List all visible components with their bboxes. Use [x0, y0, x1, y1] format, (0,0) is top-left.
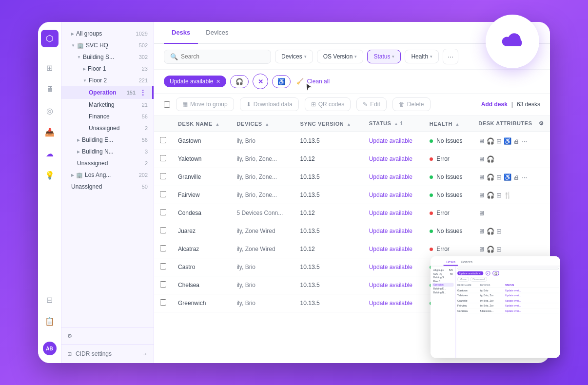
search-input[interactable] — [181, 53, 265, 60]
nav-item-unassigned-svc[interactable]: Unassigned 2 — [61, 157, 154, 169]
sidebar-icon-logo[interactable]: ⬡ — [41, 30, 59, 47]
sort-icon: ▲ — [394, 121, 398, 126]
health-cell: No Issues — [424, 222, 472, 240]
edit-button[interactable]: ✎ Edit — [356, 97, 387, 111]
health-value: Error — [436, 246, 450, 252]
sidebar-icon-bulb[interactable]: 💡 — [41, 166, 59, 184]
nav-item-marketing[interactable]: Marketing 21 — [61, 99, 154, 111]
move-to-group-button[interactable]: ▦ Move to group — [176, 97, 234, 111]
nav-item-floor1[interactable]: ▶ Floor 1 23 — [61, 63, 154, 75]
table-row: Granville ily, Brio, Zone... 10.13.5 Upd… — [154, 168, 550, 186]
nav-count: 23 — [142, 66, 148, 72]
row-checkbox[interactable] — [160, 263, 166, 270]
mini-row-gastown: Gastown ily, Brio Update avail... — [457, 288, 559, 293]
nav-item-building-n[interactable]: ▶ Building N... 3 — [61, 146, 154, 157]
desk-name-cell: Fairview — [172, 186, 231, 204]
nav-item-unassigned-root[interactable]: Unassigned 50 — [61, 181, 154, 192]
search-box[interactable]: 🔍 — [164, 50, 271, 64]
col-health[interactable]: HEALTH ▲ — [424, 116, 472, 132]
folder-icon: 🏢 — [77, 42, 84, 49]
sidebar-icon-layers[interactable]: ⊞ — [41, 59, 59, 77]
filter-tag-accessibility[interactable]: ♿ — [272, 75, 291, 88]
monitor-icon: 🖥 — [478, 137, 485, 145]
health-dot-icon — [430, 139, 433, 143]
nav-item-svc-hq[interactable]: ▼ 🏢 SVC HQ 502 — [61, 39, 154, 51]
sort-icon: ▲ — [455, 122, 460, 127]
select-all-checkbox[interactable] — [164, 101, 170, 108]
download-data-button[interactable]: ⬇ Download data — [240, 97, 299, 111]
filter-btn-status[interactable]: Status ▾ — [367, 50, 401, 63]
desk-icons: 🖥 — [478, 210, 544, 217]
tab-devices[interactable]: Devices — [198, 22, 236, 44]
print-icon: 🖨 — [513, 137, 520, 145]
sync-version-cell: 10.13.5 — [294, 276, 363, 294]
filter-btn-devices[interactable]: Devices ▾ — [275, 50, 313, 63]
row-checkbox[interactable] — [160, 209, 166, 215]
delete-button[interactable]: 🗑 Delete — [392, 97, 431, 111]
tab-desks[interactable]: Desks — [164, 22, 198, 44]
nav-count: 56 — [142, 137, 148, 143]
qr-icon: ⊞ — [311, 101, 316, 108]
row-checkbox[interactable] — [160, 299, 166, 306]
mini-col-name: DESK NAME — [457, 284, 478, 287]
settings-icon[interactable]: ⚙ — [539, 120, 544, 127]
settings-item[interactable]: ⚙ — [61, 327, 154, 344]
devices-cell: ily, Brio — [231, 276, 294, 294]
monitor-icon: 🖥 — [478, 192, 485, 199]
row-checkbox-cell — [154, 132, 172, 150]
sidebar-icon-camera[interactable]: ◎ — [41, 102, 59, 119]
more-icon[interactable]: ··· — [522, 137, 527, 145]
nav-item-building-s[interactable]: ▼ Building S... 302 — [61, 51, 154, 63]
mini-nav-operation: Operation — [432, 283, 454, 287]
nav-item-los-ang[interactable]: ▶ 🏢 Los Ang... 202 — [61, 169, 154, 181]
col-sync-version[interactable]: SYNC VERSION ▲ — [294, 116, 363, 132]
more-icon[interactable]: ··· — [522, 173, 527, 181]
more-filters-button[interactable]: ··· — [443, 49, 458, 64]
grid-icon: ⊞ — [496, 137, 502, 145]
devices-cell: 5 Devices Conn... — [231, 204, 294, 222]
filter-btn-os-version[interactable]: OS Version ▾ — [317, 50, 364, 63]
nav-item-unassigned-floor2[interactable]: Unassigned 2 — [61, 122, 154, 134]
row-checkbox[interactable] — [160, 173, 166, 179]
cidr-settings-item[interactable]: ⊡ CIDR settings → — [61, 344, 154, 363]
devices-cell: ily, Brio — [231, 258, 294, 276]
row-checkbox[interactable] — [160, 227, 166, 233]
nav-item-finance[interactable]: Finance 56 — [61, 111, 154, 122]
mini-move-btn: Move — [457, 277, 469, 282]
row-checkbox[interactable] — [160, 245, 166, 251]
row-checkbox[interactable] — [160, 137, 166, 143]
filter-btn-health[interactable]: Health ▾ — [405, 50, 439, 63]
more-dots-icon[interactable]: ⋮ — [139, 89, 146, 96]
desk-attributes-cell: 🖥 🎧 — [472, 150, 550, 168]
sidebar-icon-cloud[interactable]: ☁ — [41, 145, 59, 162]
grid-icon: ⊞ — [496, 192, 502, 199]
filter-tag-headphones[interactable]: 🎧 — [230, 75, 249, 88]
mini-tab-desks[interactable]: Desks — [444, 259, 458, 266]
sidebar-icon-monitor[interactable]: 🖥 — [41, 80, 59, 98]
mini-tab-devices[interactable]: Devices — [458, 259, 475, 266]
monitor-icon: 🖥 — [478, 155, 485, 163]
row-checkbox[interactable] — [160, 191, 166, 197]
add-desk-button[interactable]: Add desk — [481, 101, 508, 108]
desk-name-cell: Castro — [172, 258, 231, 276]
col-desk-name[interactable]: DESK NAME ▲ — [172, 116, 231, 132]
qr-codes-button[interactable]: ⊞ QR codes — [305, 97, 351, 111]
col-status[interactable]: STATUS ▲ ℹ — [363, 116, 424, 132]
nav-item-operation[interactable]: Operation 151 ⋮ — [61, 86, 154, 99]
nav-item-building-e[interactable]: ▶ Building E... 56 — [61, 134, 154, 146]
close-icon[interactable]: ✕ — [216, 78, 220, 85]
row-checkbox[interactable] — [160, 155, 166, 161]
sidebar-icon-grid[interactable]: ⊟ — [41, 291, 59, 308]
close-filter-button[interactable]: ✕ — [253, 74, 268, 89]
nav-item-all-groups[interactable]: ▶ All groups 1029 — [61, 28, 154, 39]
nav-item-floor2[interactable]: ▼ Floor 2 221 — [61, 75, 154, 86]
row-checkbox[interactable] — [160, 281, 166, 288]
sidebar-icon-inbox[interactable]: 📥 — [41, 123, 59, 141]
col-devices[interactable]: DEVICES ▲ — [231, 116, 294, 132]
sidebar-icon-table[interactable]: 📋 — [41, 312, 59, 330]
desk-name-cell: Gastown — [172, 132, 231, 150]
download-icon: ⬇ — [246, 101, 251, 108]
filter-tag-update-available[interactable]: Update available ✕ — [164, 76, 226, 87]
avatar[interactable]: AB — [43, 342, 57, 355]
col-desk-attributes[interactable]: DESK ATTRIBUTES ⚙ — [472, 116, 550, 132]
